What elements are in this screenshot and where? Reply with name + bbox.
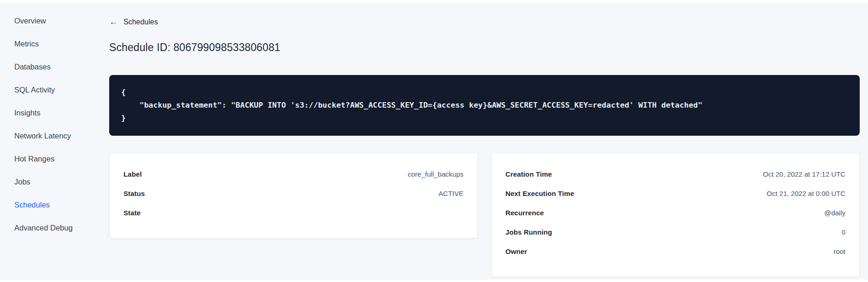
detail-row: Next Execution Time Oct 21, 2022 at 0:00… [505, 184, 845, 203]
detail-row: Creation Time Oct 20, 2022 at 17:12 UTC [505, 164, 845, 184]
detail-row-label: Next Execution Time [505, 190, 574, 197]
sidebar-item-label: Hot Ranges [14, 155, 54, 163]
detail-row: Owner root [505, 242, 845, 261]
detail-row-value: Oct 20, 2022 at 17:12 UTC [763, 170, 845, 178]
sidebar-item-label: Metrics [14, 40, 39, 48]
sidebar-item-label: Advanced Debug [14, 224, 73, 232]
detail-row-label: State [123, 209, 141, 217]
detail-row-value: Oct 21, 2022 at 0:00 UTC [767, 190, 845, 197]
detail-row-label: Owner [505, 247, 527, 255]
back-arrow-icon: ← [109, 17, 117, 26]
detail-row-value: root [833, 247, 845, 255]
sidebar-item-label: Network Latency [14, 132, 71, 140]
sidebar-item-label: Jobs [14, 178, 30, 186]
sidebar-item[interactable]: Overview [14, 17, 109, 25]
detail-row-label: Creation Time [505, 170, 552, 178]
detail-row-value: ACTIVE [439, 190, 463, 197]
back-link-label: Schedules [123, 17, 158, 27]
code-line: "backup_statement": "BACKUP INTO 's3://b… [121, 99, 848, 112]
detail-row: Label core_full_backups [123, 164, 463, 184]
detail-row-label: Label [123, 170, 142, 178]
schedule-meta-card: Creation Time Oct 20, 2022 at 17:12 UTC … [491, 153, 860, 277]
schedule-statement-code-block: { "backup_statement": "BACKUP INTO 's3:/… [109, 75, 860, 136]
detail-cards: Label core_full_backups Status ACTIVE St… [109, 153, 860, 277]
page-title: Schedule ID: 806799098533806081 [109, 40, 860, 54]
sidebar-item-label: Databases [14, 63, 51, 71]
detail-row: Jobs Running 0 [505, 222, 845, 242]
sidebar-item-label: Schedules [14, 201, 50, 209]
detail-row-value: @daily [824, 209, 845, 217]
detail-row: Recurrence @daily [505, 203, 845, 222]
detail-row-label: Recurrence [505, 209, 544, 217]
sidebar-item[interactable]: Metrics [14, 40, 109, 48]
schedule-detail-card: Label core_full_backups Status ACTIVE St… [109, 153, 478, 238]
sidebar-item[interactable]: Hot Ranges [14, 155, 109, 163]
sidebar-item-label: SQL Activity [14, 86, 55, 94]
sidebar-item[interactable]: Network Latency [14, 132, 109, 140]
page: Overview Metrics Databases SQL Activity … [0, 0, 868, 282]
sidebar-item-label: Insights [14, 109, 41, 117]
detail-row-label: Status [123, 190, 145, 197]
back-link[interactable]: ← Schedules [109, 17, 158, 27]
sidebar-item[interactable]: Jobs [14, 178, 109, 186]
code-line: } [121, 112, 848, 125]
sidebar-item[interactable]: Insights [14, 109, 109, 117]
sidebar-item[interactable]: Databases [14, 63, 109, 71]
sidebar-item-label: Overview [14, 17, 46, 25]
sidebar-nav: Overview Metrics Databases SQL Activity … [0, 0, 109, 282]
code-line: { [121, 86, 848, 99]
sidebar-item[interactable]: Advanced Debug [14, 224, 109, 232]
detail-row: Status ACTIVE [123, 184, 463, 203]
detail-row: State [123, 203, 463, 222]
detail-row-value: 0 [842, 228, 845, 236]
main-content: ← Schedules Schedule ID: 806799098533806… [109, 0, 868, 282]
window-top-edge [0, 0, 868, 3]
detail-row-label: Jobs Running [505, 228, 552, 236]
sidebar-item[interactable]: Schedules [14, 201, 109, 209]
sidebar-item[interactable]: SQL Activity [14, 86, 109, 94]
window-bottom-edge [0, 280, 868, 282]
detail-row-value: core_full_backups [408, 170, 463, 178]
